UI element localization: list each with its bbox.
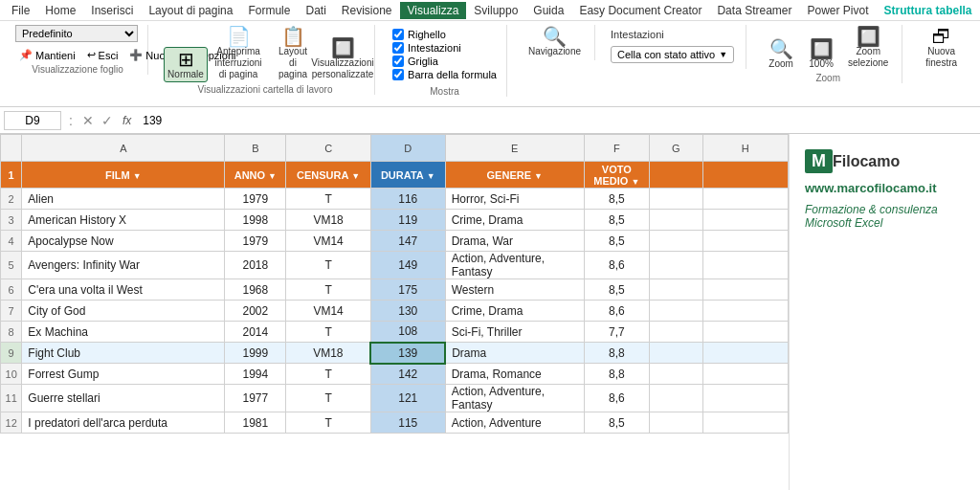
cell[interactable]: VM14 xyxy=(286,301,371,322)
cell[interactable]: 108 xyxy=(370,322,445,343)
cell[interactable]: 8,5 xyxy=(584,231,649,252)
menu-sviluppo[interactable]: Sviluppo xyxy=(466,2,525,19)
cell[interactable]: Sci-Fi, Thriller xyxy=(445,322,584,343)
cell[interactable] xyxy=(649,279,702,301)
zoom-selezione-btn[interactable]: 🔲 Zoom selezione xyxy=(842,25,894,71)
cell[interactable]: Crime, Drama xyxy=(445,301,584,322)
cell[interactable]: 2018 xyxy=(225,252,286,279)
cell[interactable]: City of God xyxy=(22,301,225,322)
cell[interactable]: T xyxy=(286,279,371,301)
menu-layout[interactable]: Layout di pagina xyxy=(141,2,240,19)
cell[interactable]: 1977 xyxy=(225,385,286,412)
cell[interactable]: C'era una volta il West xyxy=(22,279,225,301)
cell[interactable]: 139 xyxy=(370,343,445,364)
menu-inserisci[interactable]: Inserisci xyxy=(83,2,141,19)
col-header-A[interactable]: A xyxy=(22,135,225,162)
cell[interactable]: 8,6 xyxy=(584,301,649,322)
cell[interactable]: ANNO▼ xyxy=(225,162,286,189)
col-header-H[interactable]: H xyxy=(702,135,788,162)
col-header-E[interactable]: E xyxy=(445,135,584,162)
cell[interactable]: Apocalypse Now xyxy=(22,231,225,252)
view-preset-dropdown[interactable]: Predefinito xyxy=(15,25,138,42)
cell[interactable] xyxy=(702,210,788,231)
menu-revisione[interactable]: Revisione xyxy=(334,2,400,19)
cell[interactable] xyxy=(649,162,702,189)
righello-checkbox[interactable] xyxy=(392,29,404,40)
cell[interactable]: American History X xyxy=(22,210,225,231)
cell[interactable] xyxy=(702,231,788,252)
cell[interactable]: Horror, Sci-Fi xyxy=(445,189,584,210)
cell[interactable]: Action, Adventure xyxy=(445,412,584,434)
cell[interactable]: 1994 xyxy=(225,364,286,385)
viz-personalizzate-btn[interactable]: 🔲 Visualizzazioni personalizzate xyxy=(319,36,367,82)
cell[interactable] xyxy=(702,322,788,343)
cell[interactable]: 2014 xyxy=(225,322,286,343)
cell[interactable]: CENSURA▼ xyxy=(286,162,371,189)
cell[interactable]: 1979 xyxy=(225,231,286,252)
cell[interactable]: Action, Adventure, Fantasy xyxy=(445,385,584,412)
cell[interactable] xyxy=(649,412,702,434)
cell[interactable] xyxy=(649,301,702,322)
col-header-D[interactable]: D xyxy=(370,135,445,162)
cell[interactable] xyxy=(649,252,702,279)
cell[interactable] xyxy=(702,252,788,279)
cell[interactable]: 1979 xyxy=(225,189,286,210)
cell[interactable]: Drama xyxy=(445,343,584,364)
cell[interactable] xyxy=(702,385,788,412)
cell[interactable]: VM18 xyxy=(286,210,371,231)
nuova-finestra-btn[interactable]: 🗗 Nuova finestra xyxy=(918,25,965,71)
menu-file[interactable]: File xyxy=(4,2,37,19)
cell[interactable]: T xyxy=(286,385,371,412)
cell[interactable] xyxy=(702,162,788,189)
check-icon[interactable]: ✓ xyxy=(100,113,115,128)
cell[interactable]: 2002 xyxy=(225,301,286,322)
layout-pagina-btn[interactable]: 📋 Layout di pagina xyxy=(269,25,317,82)
cell-reference-input[interactable] xyxy=(4,111,61,130)
cell[interactable]: 1981 xyxy=(225,412,286,434)
cell[interactable] xyxy=(702,279,788,301)
menu-powerpivot[interactable]: Power Pivot xyxy=(799,2,876,19)
cell[interactable]: DURATA▼ xyxy=(370,162,445,189)
cell[interactable]: T xyxy=(286,364,371,385)
cell[interactable] xyxy=(649,343,702,364)
expand-icon[interactable]: ✕ xyxy=(80,113,96,128)
intestazioni-checkbox[interactable] xyxy=(392,42,404,54)
formula-input[interactable] xyxy=(139,112,976,129)
cell[interactable]: 8,6 xyxy=(584,385,649,412)
cell[interactable]: 8,5 xyxy=(584,279,649,301)
cell[interactable]: 142 xyxy=(370,364,445,385)
navigazione-btn[interactable]: 🔍 Navigazione xyxy=(523,25,587,58)
cell[interactable]: 1968 xyxy=(225,279,286,301)
cell[interactable]: Western xyxy=(445,279,584,301)
cell[interactable]: 8,6 xyxy=(584,252,649,279)
cell[interactable]: 119 xyxy=(370,210,445,231)
anteprima-btn[interactable]: 📄 Anteprima interruzioni di pagina xyxy=(210,25,267,82)
griglia-checkbox[interactable] xyxy=(392,56,404,67)
cell[interactable]: T xyxy=(286,412,371,434)
cell[interactable]: Forrest Gump xyxy=(22,364,225,385)
menu-datastreamer[interactable]: Data Streamer xyxy=(709,2,799,19)
cell[interactable]: VOTO MEDIO▼ xyxy=(584,162,649,189)
cell[interactable]: 115 xyxy=(370,412,445,434)
cell[interactable]: 116 xyxy=(370,189,445,210)
cell[interactable]: 149 xyxy=(370,252,445,279)
cell[interactable] xyxy=(702,301,788,322)
menu-dati[interactable]: Dati xyxy=(298,2,333,19)
col-header-C[interactable]: C xyxy=(286,135,371,162)
cell[interactable]: 1998 xyxy=(225,210,286,231)
cell[interactable]: Drama, Romance xyxy=(445,364,584,385)
cella-stato-dropdown[interactable]: Cella con stato attivo ▼ xyxy=(611,46,734,63)
zoom-100-btn[interactable]: 🔲 100% xyxy=(802,37,840,71)
cell[interactable]: Ex Machina xyxy=(22,322,225,343)
menu-home[interactable]: Home xyxy=(37,2,83,19)
cell[interactable] xyxy=(649,210,702,231)
menu-struttura[interactable]: Struttura tabella xyxy=(877,2,980,19)
cell[interactable]: 8,5 xyxy=(584,412,649,434)
menu-easy[interactable]: Easy Document Creator xyxy=(571,2,709,19)
cell[interactable]: 8,8 xyxy=(584,364,649,385)
cell[interactable]: Alien xyxy=(22,189,225,210)
barra-formula-checkbox[interactable] xyxy=(392,69,404,80)
cell[interactable]: 121 xyxy=(370,385,445,412)
cell[interactable]: 175 xyxy=(370,279,445,301)
col-header-F[interactable]: F xyxy=(584,135,649,162)
